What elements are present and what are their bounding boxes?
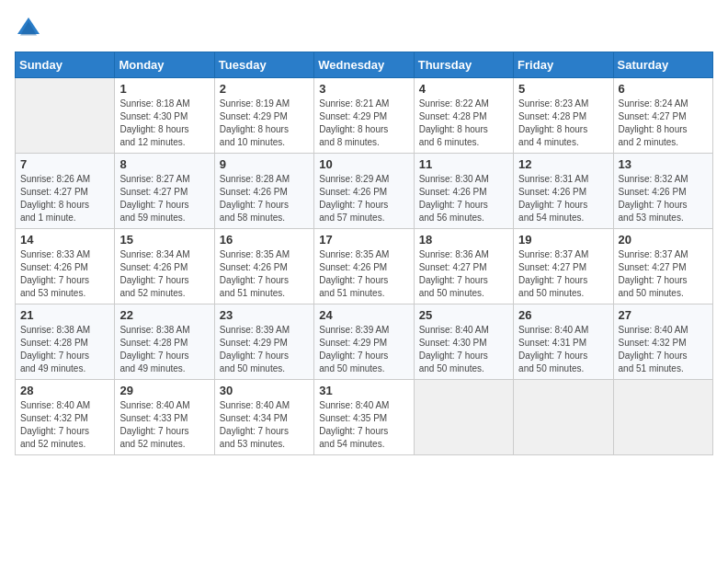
calendar-cell: 3Sunrise: 8:21 AM Sunset: 4:29 PM Daylig… [314,78,414,154]
day-number: 1 [119,82,209,96]
calendar-cell: 24Sunrise: 8:39 AM Sunset: 4:29 PM Dayli… [314,304,414,380]
calendar-cell: 30Sunrise: 8:40 AM Sunset: 4:34 PM Dayli… [214,380,313,455]
day-info: Sunrise: 8:35 AM Sunset: 4:26 PM Dayligh… [220,248,309,300]
calendar-cell: 9Sunrise: 8:28 AM Sunset: 4:26 PM Daylig… [214,154,313,229]
day-number: 19 [518,233,608,247]
col-header-friday: Friday [514,52,613,78]
calendar-cell: 15Sunrise: 8:34 AM Sunset: 4:26 PM Dayli… [115,229,214,304]
day-number: 24 [319,308,408,322]
calendar-cell: 13Sunrise: 8:32 AM Sunset: 4:26 PM Dayli… [613,154,712,229]
calendar-cell: 17Sunrise: 8:35 AM Sunset: 4:26 PM Dayli… [314,229,414,304]
calendar-cell [613,380,712,455]
day-number: 11 [419,157,508,171]
calendar-cell: 22Sunrise: 8:38 AM Sunset: 4:28 PM Dayli… [115,304,214,380]
day-info: Sunrise: 8:22 AM Sunset: 4:28 PM Dayligh… [419,98,508,149]
calendar-cell: 7Sunrise: 8:26 AM Sunset: 4:27 PM Daylig… [16,154,115,229]
day-info: Sunrise: 8:40 AM Sunset: 4:30 PM Dayligh… [419,324,508,375]
day-info: Sunrise: 8:40 AM Sunset: 4:32 PM Dayligh… [20,399,109,451]
day-info: Sunrise: 8:40 AM Sunset: 4:31 PM Dayligh… [518,324,608,375]
day-info: Sunrise: 8:31 AM Sunset: 4:26 PM Dayligh… [518,173,608,224]
day-number: 4 [419,82,508,96]
calendar-week-row: 28Sunrise: 8:40 AM Sunset: 4:32 PM Dayli… [16,380,713,455]
day-number: 9 [220,157,309,171]
calendar-cell: 14Sunrise: 8:33 AM Sunset: 4:26 PM Dayli… [16,229,115,304]
day-number: 31 [319,384,408,397]
day-number: 10 [319,157,408,171]
day-info: Sunrise: 8:30 AM Sunset: 4:26 PM Dayligh… [419,173,508,224]
calendar-cell: 4Sunrise: 8:22 AM Sunset: 4:28 PM Daylig… [414,78,513,154]
calendar-cell: 25Sunrise: 8:40 AM Sunset: 4:30 PM Dayli… [414,304,513,380]
calendar-cell: 20Sunrise: 8:37 AM Sunset: 4:27 PM Dayli… [613,229,712,304]
calendar-cell: 2Sunrise: 8:19 AM Sunset: 4:29 PM Daylig… [214,78,313,154]
day-number: 28 [20,384,109,397]
day-info: Sunrise: 8:24 AM Sunset: 4:27 PM Dayligh… [619,98,708,149]
col-header-sunday: Sunday [16,52,115,78]
day-number: 21 [20,308,109,322]
col-header-monday: Monday [115,52,214,78]
day-number: 27 [619,308,708,322]
day-number: 22 [119,308,209,322]
day-info: Sunrise: 8:40 AM Sunset: 4:33 PM Dayligh… [119,399,209,451]
calendar-cell: 11Sunrise: 8:30 AM Sunset: 4:26 PM Dayli… [414,154,513,229]
calendar-cell: 19Sunrise: 8:37 AM Sunset: 4:27 PM Dayli… [514,229,613,304]
calendar-week-row: 7Sunrise: 8:26 AM Sunset: 4:27 PM Daylig… [16,154,713,229]
calendar-cell: 1Sunrise: 8:18 AM Sunset: 4:30 PM Daylig… [115,78,214,154]
day-number: 14 [20,233,109,247]
calendar-cell: 23Sunrise: 8:39 AM Sunset: 4:29 PM Dayli… [214,304,313,380]
day-info: Sunrise: 8:29 AM Sunset: 4:26 PM Dayligh… [319,173,408,224]
day-info: Sunrise: 8:26 AM Sunset: 4:27 PM Dayligh… [20,173,109,224]
calendar-cell: 6Sunrise: 8:24 AM Sunset: 4:27 PM Daylig… [613,78,712,154]
calendar-cell: 29Sunrise: 8:40 AM Sunset: 4:33 PM Dayli… [115,380,214,455]
day-number: 15 [119,233,209,247]
day-number: 12 [518,157,608,171]
day-number: 29 [119,384,209,397]
col-header-saturday: Saturday [613,52,712,78]
calendar-cell: 16Sunrise: 8:35 AM Sunset: 4:26 PM Dayli… [214,229,313,304]
day-number: 2 [220,82,309,96]
day-info: Sunrise: 8:21 AM Sunset: 4:29 PM Dayligh… [319,98,408,149]
day-number: 25 [419,308,508,322]
calendar-cell: 31Sunrise: 8:40 AM Sunset: 4:35 PM Dayli… [314,380,414,455]
calendar-table: SundayMondayTuesdayWednesdayThursdayFrid… [15,52,713,455]
logo [15,15,46,42]
day-number: 6 [619,82,708,96]
day-info: Sunrise: 8:39 AM Sunset: 4:29 PM Dayligh… [220,324,309,375]
calendar-cell [16,78,115,154]
calendar-week-row: 21Sunrise: 8:38 AM Sunset: 4:28 PM Dayli… [16,304,713,380]
calendar-cell: 18Sunrise: 8:36 AM Sunset: 4:27 PM Dayli… [414,229,513,304]
day-number: 8 [119,157,209,171]
day-info: Sunrise: 8:18 AM Sunset: 4:30 PM Dayligh… [119,98,209,149]
day-number: 23 [220,308,309,322]
day-info: Sunrise: 8:34 AM Sunset: 4:26 PM Dayligh… [119,248,209,300]
day-info: Sunrise: 8:19 AM Sunset: 4:29 PM Dayligh… [220,98,309,149]
page-header [15,15,713,42]
calendar-cell: 21Sunrise: 8:38 AM Sunset: 4:28 PM Dayli… [16,304,115,380]
day-info: Sunrise: 8:37 AM Sunset: 4:27 PM Dayligh… [619,248,708,300]
logo-icon [15,15,42,42]
day-info: Sunrise: 8:37 AM Sunset: 4:27 PM Dayligh… [518,248,608,300]
day-info: Sunrise: 8:23 AM Sunset: 4:28 PM Dayligh… [518,98,608,149]
calendar-cell: 8Sunrise: 8:27 AM Sunset: 4:27 PM Daylig… [115,154,214,229]
day-number: 7 [20,157,109,171]
col-header-tuesday: Tuesday [214,52,313,78]
calendar-week-row: 1Sunrise: 8:18 AM Sunset: 4:30 PM Daylig… [16,78,713,154]
calendar-cell [414,380,513,455]
col-header-thursday: Thursday [414,52,513,78]
calendar-header-row: SundayMondayTuesdayWednesdayThursdayFrid… [16,52,713,78]
col-header-wednesday: Wednesday [314,52,414,78]
calendar-cell: 27Sunrise: 8:40 AM Sunset: 4:32 PM Dayli… [613,304,712,380]
day-info: Sunrise: 8:35 AM Sunset: 4:26 PM Dayligh… [319,248,408,300]
calendar-week-row: 14Sunrise: 8:33 AM Sunset: 4:26 PM Dayli… [16,229,713,304]
day-number: 5 [518,82,608,96]
day-number: 13 [619,157,708,171]
day-info: Sunrise: 8:38 AM Sunset: 4:28 PM Dayligh… [20,324,109,375]
day-info: Sunrise: 8:36 AM Sunset: 4:27 PM Dayligh… [419,248,508,300]
calendar-cell [514,380,613,455]
calendar-cell: 28Sunrise: 8:40 AM Sunset: 4:32 PM Dayli… [16,380,115,455]
day-number: 26 [518,308,608,322]
day-number: 30 [220,384,309,397]
day-info: Sunrise: 8:33 AM Sunset: 4:26 PM Dayligh… [20,248,109,300]
day-info: Sunrise: 8:40 AM Sunset: 4:35 PM Dayligh… [319,399,408,451]
calendar-cell: 10Sunrise: 8:29 AM Sunset: 4:26 PM Dayli… [314,154,414,229]
day-info: Sunrise: 8:28 AM Sunset: 4:26 PM Dayligh… [220,173,309,224]
